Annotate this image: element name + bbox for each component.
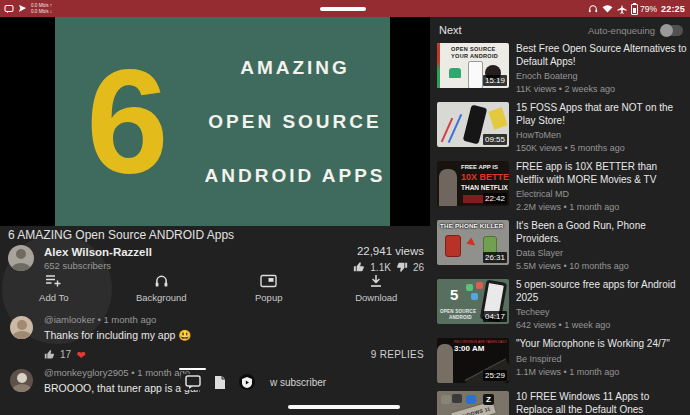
- comment-text: Thanks for including my app 😃: [44, 329, 424, 342]
- gesture-navigation-bar[interactable]: [288, 405, 400, 409]
- suggested-video[interactable]: 09:55 15 FOSS Apps that are NOT on the P…: [437, 102, 687, 153]
- suggested-video-title: 10 FREE Windows 11 Apps to Replace all t…: [516, 391, 687, 415]
- comment-text: BROOOO, that tuner app is a game changin…: [44, 382, 200, 394]
- comment-like-count: 17: [60, 349, 71, 360]
- tab-bar: w subscriber: [181, 374, 330, 390]
- description-tab-icon[interactable]: [214, 375, 226, 390]
- background-button[interactable]: Background: [108, 274, 216, 303]
- suggested-video[interactable]: 3:00 AM RECORDINGS ARE TAKEN DAILY 25:29…: [437, 338, 687, 383]
- shield-play-icon[interactable]: [239, 374, 255, 390]
- video-thumbnail: OPEN SOURCE YOUR ANDROID 15:19: [437, 43, 509, 88]
- thumbnail-text: YOUR ANDROID: [451, 53, 498, 59]
- wifi-icon: [602, 4, 613, 13]
- suggested-channel-name: HowToMen: [516, 130, 687, 140]
- download-icon: [369, 274, 383, 288]
- video-thumbnail: FREE APP IS 10X BETTER THAN NETFLIX 22:4…: [437, 161, 509, 206]
- suggested-video-title: 5 open-source free apps for Android 2025: [516, 279, 687, 304]
- headset-icon: [588, 4, 598, 14]
- suggested-channel-name: Be Inspired: [516, 354, 687, 364]
- slide-line: OPEN SOURCE: [208, 111, 381, 133]
- thumbnail-text: ANDROID: [449, 315, 472, 320]
- slide-line: AMAZING: [240, 57, 350, 79]
- suggested-video[interactable]: 5 OPEN SOURCE ANDROID 04:17 5 open-sourc…: [437, 279, 687, 330]
- video-player[interactable]: 6 AMAZING OPEN SOURCE ANDROID APPS: [0, 17, 430, 226]
- auto-enqueuing-toggle[interactable]: [661, 25, 683, 36]
- toggle-knob: [660, 24, 673, 37]
- playlist-add-icon: [45, 274, 62, 288]
- navigation-arrow-icon: [18, 4, 27, 13]
- next-header: Next: [439, 24, 462, 36]
- thumbnail-art: [437, 344, 453, 383]
- suggested-video-meta: 150K views • 5 months ago: [516, 143, 687, 153]
- auto-enqueuing-label: Auto-enqueuing: [588, 25, 655, 36]
- next-videos-sidebar: Next Auto-enqueuing OPEN SOURCE YOUR AND…: [432, 17, 690, 415]
- thumbnail-text: 5: [450, 286, 458, 303]
- selected-tab-indicator: [179, 368, 206, 370]
- thumbnail-text: THAN NETFLIX: [461, 184, 508, 191]
- clock: 22:25: [661, 4, 685, 14]
- comment[interactable]: @iamlooker • 1 month ago Thanks for incl…: [10, 314, 424, 360]
- suggested-video-title: FREE app is 10X BETTER than Netflix with…: [516, 161, 687, 186]
- video-thumbnail: 3:00 AM RECORDINGS ARE TAKEN DAILY 25:29: [437, 338, 509, 383]
- suggested-video[interactable]: WINDOWS 11 Q Z 10 FREE Windows 11 Apps t…: [437, 391, 687, 415]
- suggested-video[interactable]: FREE APP IS 10X BETTER THAN NETFLIX 22:4…: [437, 161, 687, 212]
- suggested-video-meta: 11K views • 2 weeks ago: [516, 84, 687, 94]
- duration-badge: 26:31: [483, 252, 507, 263]
- like-count: 1.1K: [370, 262, 391, 273]
- duration-badge: 22:42: [483, 193, 507, 204]
- duration-badge: 04:17: [483, 311, 507, 322]
- thumbnail-text: OPEN SOURCE: [440, 309, 476, 314]
- duration-badge: 09:55: [483, 134, 507, 145]
- thumbs-up-icon[interactable]: [44, 349, 55, 360]
- thumbnail-text: Z: [483, 394, 494, 405]
- comment-text-tail: w subscriber: [270, 377, 326, 388]
- commenter-avatar[interactable]: [10, 369, 33, 392]
- suggested-video[interactable]: THE PHONE KILLER 26:31 It's Been a Good …: [437, 220, 687, 271]
- channel-row[interactable]: Alex Wilson-Razzell 652 subscribers 22,9…: [8, 245, 424, 273]
- battery-icon: [631, 4, 638, 15]
- suggested-video[interactable]: OPEN SOURCE YOUR ANDROID 15:19 Best Free…: [437, 43, 687, 94]
- airplane-mode-icon: [617, 4, 627, 14]
- slide-number: 6: [55, 42, 200, 202]
- video-thumbnail: 09:55: [437, 102, 509, 147]
- video-thumbnail: THE PHONE KILLER 26:31: [437, 220, 509, 265]
- thumbs-down-icon[interactable]: [396, 261, 408, 273]
- thumbnail-text: FREE APP IS: [461, 164, 498, 170]
- add-to-button[interactable]: Add To: [0, 274, 108, 303]
- thumbnail-text: 10X BETTER: [461, 172, 509, 182]
- popup-button[interactable]: Popup: [215, 274, 323, 303]
- thumbs-up-icon[interactable]: [353, 261, 365, 273]
- channel-avatar[interactable]: [8, 245, 34, 271]
- thumbnail-text: THE PHONE KILLER: [440, 222, 503, 229]
- view-count: 22,941 views: [353, 245, 424, 257]
- picture-in-picture-icon: [260, 274, 277, 288]
- commenter-avatar[interactable]: [10, 316, 33, 339]
- channel-name[interactable]: Alex Wilson-Razzell: [44, 246, 152, 258]
- video-frame: 6 AMAZING OPEN SOURCE ANDROID APPS: [55, 17, 390, 226]
- video-title[interactable]: 6 AMAZING Open Source ANDROID Apps: [8, 228, 406, 242]
- slide-line: ANDROID APPS: [205, 165, 386, 187]
- thumbnail-art: [445, 235, 461, 257]
- action-bar: Add To Background Popup Download: [0, 274, 430, 303]
- duration-badge: 25:29: [483, 370, 507, 381]
- suggested-video-meta: 1.1M views • 1 month ago: [516, 367, 687, 377]
- replies-link[interactable]: 9 REPLIES: [371, 349, 424, 360]
- newpipe-app-screen: 0.0 Mb/s↑ 0.0 Mb/s↓ 79% 22:25 6 AMAZING …: [0, 0, 690, 415]
- video-thumbnail: WINDOWS 11 Q Z: [437, 391, 509, 415]
- suggested-channel-name: Techeey: [516, 307, 687, 317]
- thumbnail-art: [452, 394, 462, 403]
- comment-author: @iamlooker • 1 month ago: [44, 314, 424, 325]
- headphones-icon: [154, 274, 169, 288]
- suggested-video-meta: 2.2M views • 1 month ago: [516, 202, 687, 212]
- video-thumbnail: 5 OPEN SOURCE ANDROID 04:17: [437, 279, 509, 324]
- suggested-channel-name: Electrical MD: [516, 189, 687, 199]
- duration-badge: 15:19: [483, 75, 507, 86]
- suggested-video-title: It's Been a Good Run, Phone Providers.: [516, 220, 687, 245]
- camera-cutout-pill: [320, 7, 366, 11]
- comments-tab-icon[interactable]: [185, 375, 201, 390]
- thumbnail-art: [449, 68, 461, 78]
- battery-indicator: 79%: [631, 3, 657, 15]
- status-bar: 0.0 Mb/s↑ 0.0 Mb/s↓ 79% 22:25: [0, 0, 690, 17]
- suggested-channel-name: Enoch Boateng: [516, 71, 687, 81]
- download-button[interactable]: Download: [323, 274, 431, 303]
